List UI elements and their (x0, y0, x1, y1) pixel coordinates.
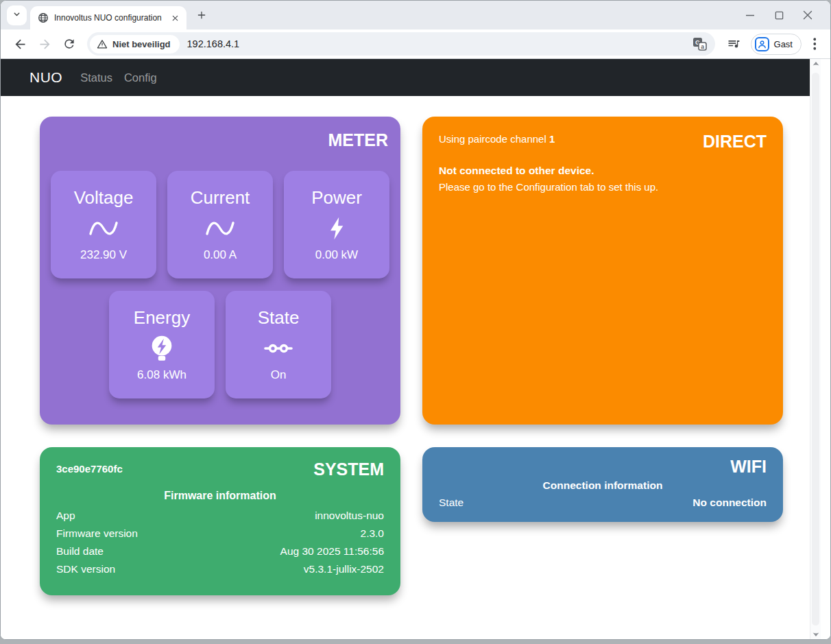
address-bar[interactable]: Niet beveiligd 192.168.4.1 G a (87, 32, 715, 56)
kv-label: Build date (56, 542, 104, 560)
close-window-button[interactable] (793, 1, 822, 29)
scrollbar-thumb[interactable] (812, 73, 819, 625)
direct-card-title: DIRECT (703, 131, 767, 152)
meter-tile-energy: Energy 6.08 kWh (109, 291, 215, 398)
device-id: 3ce90e7760fc (56, 459, 123, 475)
scroll-down-icon[interactable] (812, 632, 819, 637)
system-card-title: SYSTEM (313, 459, 384, 479)
tile-value: 232.90 V (80, 248, 127, 262)
browser-window: Innovoltus NUO configuration (0, 0, 831, 640)
meter-card-title: METER (51, 130, 389, 150)
energy-meter-icon (148, 333, 176, 364)
kv-value: No connection (692, 494, 767, 512)
translate-icon[interactable]: G a (692, 37, 707, 51)
paircode-line: Using paircode channel 1 (439, 131, 555, 145)
kv-label: Firmware version (56, 525, 138, 542)
sine-wave-icon (204, 213, 236, 244)
tile-title: Power (311, 187, 362, 208)
kv-value: v5.3.1-jullix-2502 (304, 560, 384, 578)
new-tab-button[interactable] (192, 5, 211, 25)
connector-icon (263, 333, 294, 364)
kv-label: State (439, 494, 463, 512)
tile-value: 0.00 kW (315, 248, 358, 262)
firmware-section-title: Firmware information (56, 490, 384, 502)
firmware-row-app: App innovoltus-nuo (56, 507, 384, 525)
security-chip[interactable]: Niet beveiligd (90, 35, 180, 53)
page-viewport: NUO Status Config METER Voltage (1, 59, 830, 639)
tile-title: Voltage (74, 187, 134, 208)
tile-title: State (258, 307, 300, 328)
minimize-button[interactable] (736, 1, 764, 29)
firmware-row-build-date: Build date Aug 30 2025 11:56:56 (56, 542, 384, 560)
site-navbar: NUO Status Config (1, 59, 810, 96)
kv-value: 2.3.0 (361, 525, 384, 542)
kv-value: innovoltus-nuo (315, 507, 384, 525)
connection-section-title: Connection information (439, 479, 767, 492)
dashboard-grid: METER Voltage 232.90 V Current (1, 96, 810, 595)
tab-search-button[interactable] (7, 5, 27, 25)
back-button[interactable] (9, 33, 31, 55)
firmware-row-version: Firmware version 2.3.0 (56, 525, 384, 542)
browser-menu-button[interactable] (806, 35, 823, 53)
nav-link-config[interactable]: Config (124, 71, 157, 84)
tab-close-icon[interactable] (169, 12, 181, 24)
sine-wave-icon (88, 213, 119, 244)
meter-card: METER Voltage 232.90 V Current (40, 117, 400, 425)
browser-toolbar: Niet beveiligd 192.168.4.1 G a (1, 29, 830, 59)
svg-text:a: a (701, 43, 704, 50)
paircode-prefix: Using paircode channel (439, 133, 546, 145)
tile-value: On (271, 368, 287, 382)
page-scrollbar[interactable] (810, 59, 821, 639)
browser-tab[interactable]: Innovoltus NUO configuration (30, 6, 186, 29)
chevron-down-icon (12, 9, 21, 21)
profile-label: Gast (774, 39, 793, 49)
site-brand[interactable]: NUO (29, 69, 62, 86)
profile-button[interactable]: Gast (751, 34, 802, 55)
wifi-card: WIFI Connection information State No con… (422, 447, 783, 522)
tile-title: Current (191, 187, 250, 208)
meter-tile-state: State On (226, 291, 331, 398)
lightning-bolt-icon (328, 213, 346, 244)
profile-avatar-icon (755, 37, 769, 51)
tile-value: 6.08 kWh (137, 368, 186, 382)
meter-tiles: Voltage 232.90 V Current (51, 171, 389, 398)
meter-tile-power: Power 0.00 kW (284, 171, 389, 278)
direct-status: Not connected to other device. (439, 165, 767, 177)
scroll-up-icon[interactable] (812, 61, 819, 67)
wifi-row-state: State No connection (439, 494, 767, 512)
firmware-row-sdk: SDK version v5.3.1-jullix-2502 (56, 560, 384, 578)
direct-card: Using paircode channel 1 DIRECT Not conn… (422, 117, 783, 425)
paircode-channel: 1 (549, 133, 555, 145)
window-controls (736, 1, 830, 29)
forward-button[interactable] (34, 33, 56, 55)
direct-status-hint: Please go to the Configuration tab to se… (439, 181, 767, 193)
url-text[interactable]: 192.168.4.1 (187, 38, 692, 49)
browser-titlebar: Innovoltus NUO configuration (1, 1, 830, 29)
maximize-button[interactable] (764, 1, 793, 29)
tile-value: 0.00 A (204, 248, 237, 262)
warning-triangle-icon (97, 39, 108, 49)
nav-link-status[interactable]: Status (80, 71, 112, 84)
system-card: 3ce90e7760fc SYSTEM Firmware information… (40, 447, 400, 595)
reload-button[interactable] (58, 33, 80, 55)
tab-title: Innovoltus NUO configuration (54, 13, 164, 23)
globe-favicon-icon (38, 12, 49, 23)
security-label: Niet beveiligd (112, 39, 171, 49)
media-controls-icon[interactable] (723, 34, 744, 54)
tile-title: Energy (134, 307, 190, 328)
kv-label: SDK version (56, 560, 115, 578)
page-content: NUO Status Config METER Voltage (1, 59, 810, 639)
kv-value: Aug 30 2025 11:56:56 (280, 542, 384, 560)
kv-label: App (56, 507, 75, 525)
meter-tile-voltage: Voltage 232.90 V (51, 171, 156, 278)
wifi-card-title: WIFI (439, 456, 767, 477)
meter-tile-current: Current 0.00 A (167, 171, 273, 278)
